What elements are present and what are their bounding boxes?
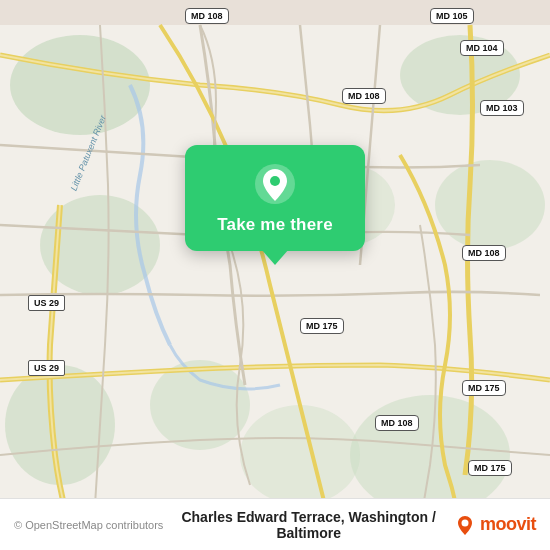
road-sign-md108-right: MD 108 — [462, 245, 506, 261]
road-sign-md104: MD 104 — [460, 40, 504, 56]
road-sign-md175-bottom: MD 175 — [468, 460, 512, 476]
road-sign-md175-lower: MD 175 — [300, 318, 344, 334]
road-sign-md105: MD 105 — [430, 8, 474, 24]
road-sign-md108-mid: MD 108 — [342, 88, 386, 104]
road-sign-us29-mid: US 29 — [28, 295, 65, 311]
road-sign-md175-right: MD 175 — [462, 380, 506, 396]
svg-point-1 — [10, 35, 150, 135]
road-sign-md108-lower: MD 108 — [375, 415, 419, 431]
bottom-bar: © OpenStreetMap contributors Charles Edw… — [0, 498, 550, 550]
location-name: Charles Edward Terrace, Washington / Bal… — [163, 509, 454, 541]
copyright-text: © OpenStreetMap contributors — [14, 519, 163, 531]
svg-point-12 — [461, 519, 468, 526]
popup-card[interactable]: Take me there — [185, 145, 365, 251]
moovit-brand-text: moovit — [480, 514, 536, 535]
svg-point-6 — [350, 395, 510, 515]
moovit-logo: moovit — [454, 514, 536, 536]
svg-point-3 — [435, 160, 545, 250]
svg-point-11 — [270, 176, 280, 186]
svg-point-5 — [5, 365, 115, 485]
svg-point-8 — [150, 360, 250, 450]
road-sign-us29-lower: US 29 — [28, 360, 65, 376]
svg-point-7 — [240, 405, 360, 505]
map-container: Little Patuxent River MD 108 MD 105 MD 1… — [0, 0, 550, 550]
moovit-pin-icon — [454, 514, 476, 536]
road-sign-md103: MD 103 — [480, 100, 524, 116]
road-sign-md108-top: MD 108 — [185, 8, 229, 24]
popup-label: Take me there — [217, 215, 333, 235]
location-pin-icon — [254, 163, 296, 205]
